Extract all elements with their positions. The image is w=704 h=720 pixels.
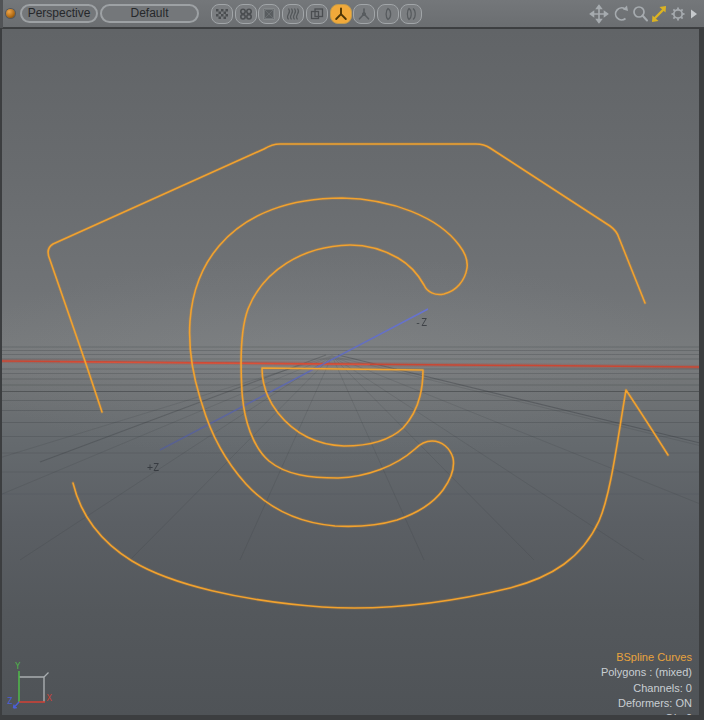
checker-pattern-icon[interactable] xyxy=(211,4,233,24)
axis-tripod-glyph xyxy=(333,7,349,21)
gizmo-x-label: X xyxy=(47,693,53,703)
zoom-icon[interactable] xyxy=(634,7,647,21)
info-polygons: Polygons : (mixed) xyxy=(601,665,692,680)
default-3d-view-icon[interactable] xyxy=(330,4,352,24)
checker-glyph xyxy=(214,7,230,21)
logo-outline-top-curve xyxy=(48,144,645,412)
curve-single-glyph xyxy=(380,7,396,21)
curve-double-glyph xyxy=(403,7,419,21)
info-item-type: BSpline Curves xyxy=(601,650,692,665)
info-deformers: Deformers: ON xyxy=(601,696,692,711)
info-channels: Channels: 0 xyxy=(601,681,692,696)
gizmo-y-label: Y xyxy=(15,661,21,671)
curve-single-icon[interactable] xyxy=(377,4,399,24)
quad-dots-glyph xyxy=(238,7,254,21)
scene-canvas xyxy=(2,29,699,715)
perspective-viewport[interactable]: -Z +Z BSpline Curves Polygons : (mixed) … xyxy=(2,29,699,715)
modo-window: Perspective Default xyxy=(0,0,704,720)
pan-icon[interactable] xyxy=(591,6,608,23)
x-axis-line xyxy=(2,361,699,367)
maximize-icon[interactable] xyxy=(652,6,666,22)
outline-squares-glyph xyxy=(309,7,325,21)
viewport-toolbar: Perspective Default xyxy=(0,0,704,28)
wave-lines-glyph xyxy=(285,7,301,21)
more-arrow-icon[interactable] xyxy=(691,10,697,19)
gizmo-z-axis xyxy=(14,702,20,708)
wave-lines-icon[interactable] xyxy=(282,4,304,24)
axis-tripod-dim-glyph xyxy=(356,7,372,21)
info-gl: GL: 0 xyxy=(601,711,692,715)
viewport-state-dot[interactable] xyxy=(6,9,15,18)
selection-info-readout: BSpline Curves Polygons : (mixed) Channe… xyxy=(601,650,692,715)
settings-gear-icon[interactable] xyxy=(672,8,685,21)
neg-z-label: -Z xyxy=(415,317,427,328)
curve-double-icon[interactable] xyxy=(400,4,422,24)
outline-squares-icon[interactable] xyxy=(306,4,328,24)
rotate-icon[interactable] xyxy=(616,6,628,20)
shading-preset-button[interactable]: Default xyxy=(100,4,199,23)
nav-icon-strip xyxy=(584,0,700,28)
solid-shade-glyph xyxy=(261,7,277,21)
orientation-gizmo: Y X Z xyxy=(0,655,62,715)
view-mode-button[interactable]: Perspective xyxy=(20,4,98,23)
quad-dots-icon[interactable] xyxy=(235,4,257,24)
gizmo-z-label: Z xyxy=(7,696,13,706)
bspline-curves[interactable] xyxy=(48,144,668,608)
solid-shade-icon[interactable] xyxy=(258,4,280,24)
pos-z-label: +Z xyxy=(147,462,159,473)
ghost-3d-view-icon[interactable] xyxy=(353,4,375,24)
